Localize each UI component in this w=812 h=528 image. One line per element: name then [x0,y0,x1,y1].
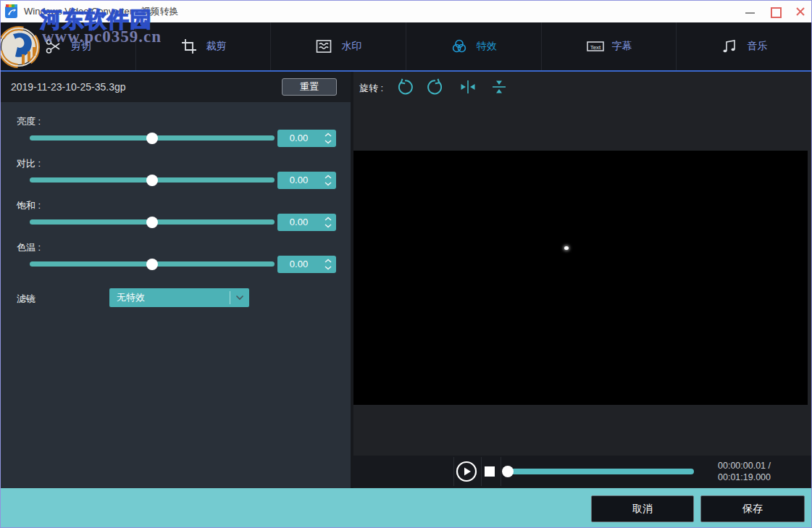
file-header: 2019-11-23-10-25-35.3gp 重置 [1,72,351,102]
tab-bar: 剪切 裁剪 水印 [1,22,811,72]
play-button[interactable] [456,461,477,482]
rotate-cw-icon[interactable] [427,77,445,96]
spinner-arrows-icon[interactable] [323,216,333,229]
effects-icon [451,38,468,55]
main-area: 2019-11-23-10-25-35.3gp 重置 亮度 : 0.00 [1,72,812,488]
contrast-label: 对比 : [17,157,41,170]
watermark-icon [315,38,332,55]
dropdown-separator [230,291,230,304]
time-current: 00:00:00.01 / [718,460,771,472]
brightness-slider-thumb[interactable] [146,133,158,144]
tab-crop[interactable]: 裁剪 [135,22,271,70]
cancel-button[interactable]: 取消 [591,495,694,522]
flip-horizontal-icon[interactable] [459,77,477,96]
saturation-label: 饱和 : [17,199,41,212]
sliders-section: 亮度 : 0.00 对比 : [1,102,351,488]
saturation-slider-thumb[interactable] [146,217,158,228]
chevron-down-icon [235,295,244,301]
color-temp-slider-thumb[interactable] [146,259,158,270]
effects-settings-panel: 2019-11-23-10-25-35.3gp 重置 亮度 : 0.00 [1,72,351,488]
window-title: Windows Video Converter - 视频转换 [24,1,179,22]
saturation-value-spinbox[interactable]: 0.00 [277,214,336,231]
color-temp-value: 0.00 [277,256,320,273]
maximize-button[interactable] [771,7,782,18]
control-separator [453,457,454,486]
save-button[interactable]: 保存 [700,495,805,522]
file-name: 2019-11-23-10-25-35.3gp [11,72,126,102]
close-button[interactable] [795,7,805,17]
brightness-row: 亮度 : 0.00 [1,115,351,157]
rotate-ccw-icon[interactable] [395,77,414,96]
brightness-label: 亮度 : [17,115,41,128]
title-bar: Windows Video Converter - 视频转换 [1,1,811,22]
tab-music[interactable]: 音乐 [676,22,811,70]
spinner-arrows-icon[interactable] [323,258,333,271]
tab-label: 剪切 [71,40,91,53]
color-temp-label: 色温 : [17,241,41,254]
tab-watermark[interactable]: 水印 [270,22,406,70]
control-separator [501,457,501,486]
subtitle-text-icon: Text [586,38,603,55]
tab-label: 音乐 [747,40,767,53]
footer-bar: 取消 保存 [1,488,812,528]
tab-subtitles[interactable]: Text 字幕 [541,22,677,70]
stop-button[interactable] [485,466,495,477]
contrast-slider-thumb[interactable] [146,175,158,186]
app-icon [5,4,19,18]
app-window: Windows Video Converter - 视频转换 剪切 [0,0,812,528]
spinner-arrows-icon[interactable] [323,132,333,145]
filter-dropdown[interactable]: 无特效 [109,288,249,307]
control-separator [481,457,482,486]
contrast-value-spinbox[interactable]: 0.00 [277,172,336,189]
tab-effects[interactable]: 特效 [406,22,541,70]
brightness-value-spinbox[interactable]: 0.00 [277,130,336,147]
time-total: 00:01:19.000 [718,472,771,483]
contrast-value: 0.00 [277,172,320,189]
color-temp-row: 色温 : 0.00 [1,241,351,283]
reset-button[interactable]: 重置 [282,78,337,96]
time-display: 00:00:00.01 / 00:01:19.000 [718,460,771,483]
tab-label: 特效 [477,40,497,53]
filter-selected-value: 无特效 [117,288,145,307]
tab-cut[interactable]: 剪切 [1,22,135,70]
crop-icon [180,38,198,55]
spinner-arrows-icon[interactable] [323,174,333,187]
rotate-label: 旋转 : [359,82,383,95]
flip-vertical-icon[interactable] [490,77,508,96]
brightness-value: 0.00 [277,130,320,147]
video-light-dot [564,246,569,250]
tab-label: 字幕 [612,40,632,53]
subtitle-box-text: Text [590,44,600,51]
progress-thumb[interactable] [502,466,514,477]
preview-panel: 旋转 : [353,72,812,488]
minimize-button[interactable] [745,12,755,14]
tab-label: 水印 [341,40,361,53]
video-preview [353,151,808,405]
progress-bar[interactable] [508,469,694,474]
saturation-value: 0.00 [277,214,320,231]
music-notes-icon [721,38,738,55]
tab-label: 裁剪 [206,40,227,53]
saturation-row: 饱和 : 0.00 [1,199,351,241]
filter-label: 滤镜 [17,293,35,306]
color-temp-value-spinbox[interactable]: 0.00 [277,256,336,273]
contrast-row: 对比 : 0.00 [1,157,351,199]
playback-controls: 00:00:00.01 / 00:01:19.000 [353,456,812,487]
scissors-icon [45,38,62,55]
